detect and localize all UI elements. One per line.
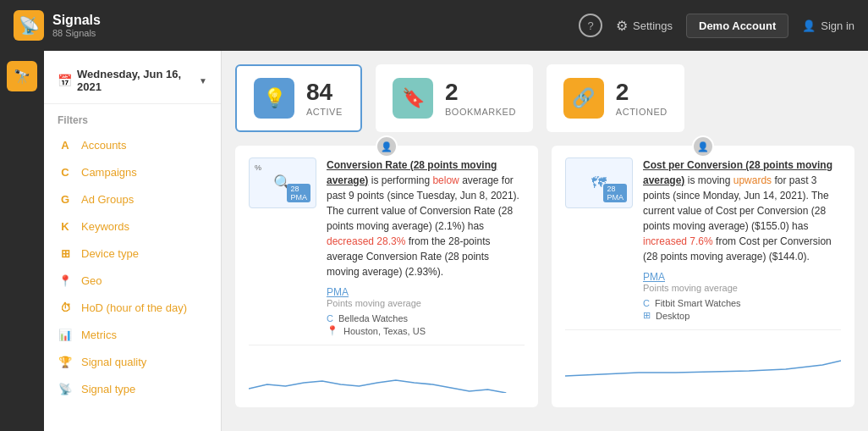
nav-actions: ? ⚙ Settings Demo Account 👤 Sign in [579, 14, 854, 38]
accounts-icon: A [58, 137, 73, 152]
sidebar-item-hod[interactable]: ⏱ HoD (hour of the day) [44, 294, 221, 321]
hod-label: HoD (hour of the day) [81, 301, 187, 314]
app-title-group: Signals 88 Signals [52, 13, 101, 38]
logo-icon: 📡 [14, 10, 44, 41]
date-label: Wednesday, Jun 16, 2021 [77, 68, 192, 93]
geo-tag-icon-1: 📍 [327, 325, 338, 336]
stat-card-active[interactable]: 💡 84 Active [235, 64, 362, 132]
sidebar-item-signalquality[interactable]: 🏆 Signal quality [44, 348, 221, 375]
sidebar-item-accounts[interactable]: A Accounts [44, 131, 221, 158]
signal-card-1: 👤 % 🔍 28PMA Conversion Rate (28 points m… [235, 146, 538, 407]
settings-button[interactable]: ⚙ Settings [616, 18, 673, 34]
calendar-icon: 📅 [58, 74, 72, 87]
pma-label-1: PMA Points moving average [327, 286, 525, 308]
pma-link-2[interactable]: PMA [643, 271, 841, 283]
active-number: 84 [306, 80, 343, 104]
desc2-part-1: is moving [688, 174, 733, 186]
pma-sub-1: Points moving average [327, 298, 525, 308]
signal-thumb-2: 🗺 28PMA [565, 157, 633, 208]
signal-chart-2 [565, 329, 841, 380]
desc2-increased: increased 7.6% [643, 235, 713, 247]
sidebar-nav-home[interactable]: 🔭 [7, 61, 37, 91]
signal-body-1: Conversion Rate (28 points moving averag… [327, 157, 525, 336]
device-tag-icon-2: ⊞ [643, 310, 651, 321]
app-logo: 📡 Signals 88 Signals [14, 10, 101, 41]
sidebar-item-metrics[interactable]: 📊 Metrics [44, 321, 221, 348]
signal-body-2: Cost per Conversion (28 points moving av… [643, 157, 841, 321]
signal-desc-2: Cost per Conversion (28 points moving av… [643, 157, 841, 264]
sidebar-item-keywords[interactable]: K Keywords [44, 213, 221, 240]
sidebar-item-signaltype[interactable]: 📡 Signal type [44, 375, 221, 402]
metrics-icon: 📊 [58, 327, 73, 342]
sidebar-item-devicetype[interactable]: ⊞ Device type [44, 240, 221, 267]
adgroups-label: Ad Groups [81, 193, 134, 206]
pma-link-1[interactable]: PMA [327, 286, 525, 298]
bookmarked-number: 2 [445, 80, 516, 104]
actioned-number: 2 [616, 80, 667, 104]
signal-count: 88 Signals [52, 28, 101, 38]
campaign-tag-icon: C [327, 313, 333, 323]
tag-geo-label-1: Houston, Texas, US [343, 326, 426, 336]
devicetype-label: Device type [81, 247, 139, 260]
signal-avatar-1: 👤 [376, 135, 398, 157]
devicetype-icon: ⊞ [58, 246, 73, 261]
app-title: Signals [52, 13, 101, 28]
signin-button[interactable]: 👤 Sign in [802, 19, 854, 32]
chart-label-1: % [255, 163, 261, 172]
chart-days-2: 28PMA [603, 184, 627, 202]
tag-geo-1: 📍 Houston, Texas, US [327, 325, 525, 336]
sidebar-item-geo[interactable]: 📍 Geo [44, 267, 221, 294]
campaigns-icon: C [58, 164, 73, 180]
signal-tags-2: C Fitbit Smart Watches ⊞ Desktop [643, 298, 841, 321]
desc-below: below [432, 174, 459, 186]
filter-sidebar: 📅 Wednesday, Jun 16, 2021 ▼ Filters A Ac… [44, 51, 222, 431]
pma-label-2: PMA Points moving average [643, 271, 841, 293]
active-info: 84 Active [306, 80, 343, 117]
signaltype-label: Signal type [81, 383, 135, 395]
demo-account-button[interactable]: Demo Account [686, 14, 788, 38]
signal-chart-1 [249, 345, 525, 395]
signal-desc-1: Conversion Rate (28 points moving averag… [327, 157, 525, 279]
campaign-tag-icon-2: C [643, 298, 650, 308]
active-icon: 💡 [254, 78, 294, 119]
adgroups-icon: G [58, 191, 73, 207]
signalquality-label: Signal quality [81, 356, 146, 368]
chart-svg-1 [249, 351, 525, 393]
sidebar-item-adgroups[interactable]: G Ad Groups [44, 185, 221, 213]
main-content: 💡 84 Active 🔖 2 Bookmarked 🔗 2 Actioned [222, 51, 868, 431]
tag-campaign-label-2: Fitbit Smart Watches [655, 298, 741, 308]
signin-label: Sign in [821, 19, 854, 32]
stat-card-bookmarked[interactable]: 🔖 2 Bookmarked [376, 64, 533, 132]
tag-campaign-label-1: Belleda Watches [338, 313, 408, 323]
user-icon: 👤 [802, 19, 816, 32]
actioned-info: 2 Actioned [616, 80, 667, 117]
settings-label: Settings [633, 19, 673, 32]
filters-heading: Filters [44, 104, 221, 131]
chevron-down-icon: ▼ [199, 76, 207, 86]
stats-row: 💡 84 Active 🔖 2 Bookmarked 🔗 2 Actioned [235, 64, 854, 132]
settings-icon: ⚙ [616, 18, 628, 34]
bookmarked-info: 2 Bookmarked [445, 80, 516, 117]
signal-tags-1: C Belleda Watches 📍 Houston, Texas, US [327, 313, 525, 336]
active-label: Active [306, 107, 343, 117]
actioned-icon: 🔗 [563, 78, 604, 119]
actioned-label: Actioned [616, 107, 667, 117]
stat-card-actioned[interactable]: 🔗 2 Actioned [547, 64, 684, 132]
signaltype-icon: 📡 [58, 381, 73, 396]
tag-campaign-2: C Fitbit Smart Watches [643, 298, 841, 308]
signal-avatar-2: 👤 [692, 135, 714, 157]
pma-sub-2: Points moving average [643, 283, 841, 293]
bookmarked-icon: 🔖 [393, 78, 433, 119]
sidebar-item-campaigns[interactable]: C Campaigns [44, 158, 221, 185]
signal-header-2: 🗺 28PMA Cost per Conversion (28 points m… [565, 157, 841, 321]
geo-icon: 📍 [58, 273, 73, 288]
icon-sidebar: 🔭 [0, 51, 44, 431]
date-picker[interactable]: 📅 Wednesday, Jun 16, 2021 ▼ [44, 61, 221, 104]
main-layout: 🔭 📅 Wednesday, Jun 16, 2021 ▼ Filters A … [0, 51, 868, 431]
campaigns-label: Campaigns [81, 166, 137, 179]
metrics-label: Metrics [81, 329, 117, 341]
tag-device-2: ⊞ Desktop [643, 310, 841, 321]
chart-svg-2 [565, 335, 841, 378]
geo-label: Geo [81, 274, 102, 287]
help-button[interactable]: ? [579, 14, 602, 37]
